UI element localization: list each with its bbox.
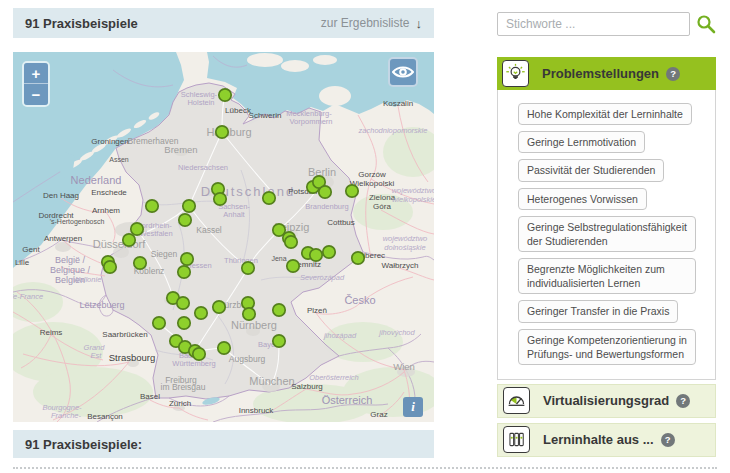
map-marker[interactable] (214, 193, 226, 205)
map-label: Westfalen (139, 229, 172, 238)
map-marker[interactable] (323, 246, 335, 258)
map-label: Salzburg (291, 382, 323, 391)
map-marker[interactable] (285, 236, 297, 248)
map-marker[interactable] (273, 335, 285, 347)
map-label: Hauts-de-France (13, 292, 43, 301)
filter-list: Hohe Komplexität der LerninhalteGeringe … (497, 90, 716, 380)
map-label: Cottbus (327, 218, 355, 227)
map-label: Saarbrücken (102, 330, 147, 339)
zoom-control: + − (22, 61, 50, 107)
filter-button[interactable]: Heterogenes Vorwissen (518, 188, 647, 210)
map-marker[interactable] (131, 223, 143, 235)
results-list-heading: 91 Praxisbeispiele: (25, 437, 142, 452)
filter-column: Problemstellungen ? Hohe Komplexität der… (497, 12, 716, 457)
map-marker[interactable] (242, 262, 254, 274)
map-marker[interactable] (178, 266, 190, 278)
map-marker[interactable] (218, 342, 230, 354)
filter-button[interactable]: Hohe Komplexität der Lerninhalte (518, 103, 692, 125)
map-label: Plzeň (307, 306, 327, 315)
help-icon[interactable]: ? (676, 394, 690, 408)
map-label: Basel (140, 392, 160, 401)
map-marker[interactable] (123, 234, 135, 246)
filter-button[interactable]: Begrenzte Möglichkeiten zum individualis… (518, 258, 696, 294)
to-results-link[interactable]: zur Ergebnisliste ↓ (321, 16, 422, 31)
map-marker[interactable] (178, 317, 190, 329)
map-label: Jena (271, 255, 286, 262)
map-label: Franche- (51, 411, 82, 420)
filter-button[interactable]: Passivität der Studierenden (518, 159, 664, 181)
zoom-out-button[interactable]: − (24, 84, 48, 105)
map-marker[interactable] (195, 307, 207, 319)
map-marker[interactable] (346, 185, 358, 197)
map-marker[interactable] (179, 214, 191, 226)
map-label: Belgique / (50, 265, 91, 275)
map-canvas[interactable]: KoszalinSchleswig-HolsteinLübeckSchwerin… (13, 52, 434, 422)
section-title: Lerninhalte aus ... (543, 432, 654, 447)
map-marker[interactable] (219, 89, 231, 101)
map-marker[interactable] (216, 126, 228, 138)
attribution-button[interactable]: i (403, 397, 423, 417)
filter-button[interactable]: Geringe Selbstregulationsfähigkeit der S… (518, 216, 696, 252)
map-label: Niedersachsen (178, 163, 228, 172)
help-icon[interactable]: ? (661, 433, 675, 447)
map-label: Schwerin (249, 111, 282, 120)
map-label: Wien (393, 361, 415, 372)
map-marker[interactable] (319, 186, 331, 198)
map-label: zachodniopomorskie (358, 126, 428, 135)
map-label: 's-Hertogenbosch (50, 218, 105, 226)
map-label: Gent (22, 245, 40, 254)
map-label: Besançon (87, 412, 123, 421)
map-marker[interactable] (243, 308, 255, 320)
map-label: Reims (40, 328, 63, 337)
map-label: Strasbourg (109, 352, 155, 363)
help-icon[interactable]: ? (666, 67, 680, 81)
map-label: Den Haag (43, 191, 79, 200)
map-marker[interactable] (352, 252, 364, 264)
filter-button[interactable]: Geringer Transfer in die Praxis (518, 300, 678, 322)
map-marker[interactable] (104, 261, 116, 273)
map-label: województwo (392, 186, 434, 195)
map-label: Antwerpen (44, 234, 82, 243)
map-label: Nürnberg (231, 319, 277, 331)
map-label: Österreich (322, 394, 373, 406)
page: 91 Praxisbeispiele zur Ergebnisliste ↓ (0, 0, 730, 473)
map-marker[interactable] (177, 297, 189, 309)
map-marker[interactable] (263, 192, 275, 204)
map-label: Wallonie (73, 275, 102, 284)
map-label: dolnośląskie (384, 243, 425, 252)
map-marker[interactable] (183, 200, 195, 212)
map-marker[interactable] (134, 257, 146, 269)
map-marker[interactable] (153, 317, 165, 329)
map-marker[interactable] (146, 200, 158, 212)
dotted-divider (13, 467, 717, 469)
map-marker[interactable] (181, 253, 193, 265)
filter-button[interactable]: Geringe Lernmotivation (518, 131, 645, 153)
section-lerninhalte[interactable]: Lerninhalte aus ... ? (497, 423, 716, 457)
section-title: Problemstellungen (542, 66, 659, 81)
eye-icon (392, 64, 414, 80)
map-label: Gorzów (358, 170, 386, 179)
map-label: Arnhem (92, 206, 120, 215)
search-input[interactable] (497, 12, 690, 36)
map-label: wielkopolskie (392, 195, 434, 204)
section-problemstellungen[interactable]: Problemstellungen ? (497, 57, 716, 90)
map-marker[interactable] (287, 260, 299, 272)
map-marker[interactable] (193, 348, 205, 360)
section-virtualisierungsgrad[interactable]: Virtualisierungsgrad ? (497, 384, 716, 418)
map-label: województwo (383, 234, 428, 243)
filter-button[interactable]: Geringe Kompetenzorientierung in Prüfung… (518, 329, 696, 365)
map-marker[interactable] (310, 249, 322, 261)
map-label: Württemberg (172, 359, 215, 368)
search-icon[interactable] (696, 14, 716, 34)
layer-visibility-button[interactable] (388, 57, 418, 87)
map-marker[interactable] (213, 301, 225, 313)
map-label: jihozápad (323, 331, 357, 340)
map[interactable]: KoszalinSchleswig-HolsteinLübeckSchwerin… (13, 52, 434, 422)
zoom-in-button[interactable]: + (24, 63, 48, 84)
map-label: Siegen (151, 249, 178, 259)
map-label: Anhalt (223, 210, 245, 219)
map-label: Innsbruck (239, 406, 275, 415)
map-label: Nederland (71, 174, 122, 186)
map-marker[interactable] (273, 304, 285, 316)
map-column: 91 Praxisbeispiele zur Ergebnisliste ↓ (13, 8, 434, 458)
